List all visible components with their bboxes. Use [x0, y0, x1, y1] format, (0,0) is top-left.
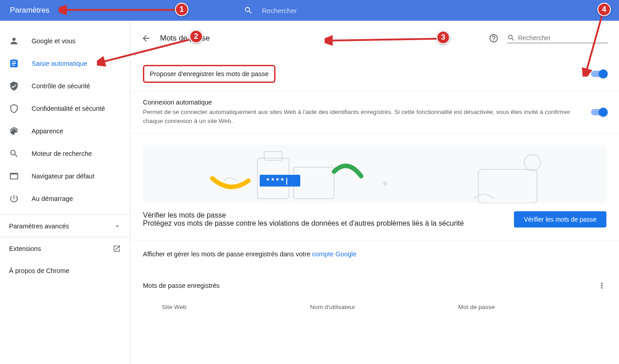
svg-rect-7	[478, 169, 537, 203]
saved-passwords-header: Mots de passe enregistrés	[130, 268, 619, 295]
sidebar: Google et vous Saisie automatique Contrô…	[0, 21, 130, 364]
sidebar-about-label: À propos de Chrome	[9, 267, 69, 274]
annotation-highlight: Proposer d'enregistrer les mots de passe	[143, 65, 275, 83]
header-title: Paramètres	[0, 6, 235, 15]
sidebar-item-privacy[interactable]: Confidentialité et sécurité	[0, 97, 130, 120]
page-search-wrap	[507, 34, 608, 43]
col-user: Nom d'utilisateur	[310, 304, 459, 310]
verify-passwords-row: Vérifier les mots de passe Protégez vos …	[130, 203, 619, 241]
search-icon	[507, 34, 515, 42]
shield-check-icon	[9, 81, 19, 91]
sidebar-item-label: Moteur de recherche	[32, 150, 92, 157]
help-button[interactable]	[485, 29, 503, 47]
col-pass: Mot de passe	[458, 304, 606, 310]
auto-signin-label: Connexion automatique	[143, 99, 591, 106]
sidebar-item-label: Confidentialité et sécurité	[32, 105, 105, 112]
offer-save-label: Proposer d'enregistrer les mots de passe	[150, 70, 269, 77]
svg-text:*: *	[383, 178, 388, 192]
sidebar-item-default-browser[interactable]: Navigateur par défaut	[0, 165, 130, 187]
col-site: Site Web	[162, 304, 310, 310]
palette-icon	[9, 126, 19, 136]
open-external-icon	[113, 245, 121, 253]
verify-title: Vérifier les mots de passe	[143, 211, 505, 219]
app-header: Paramètres	[0, 0, 619, 21]
sidebar-item-safety-check[interactable]: Contrôle de sécurité	[0, 75, 130, 97]
shield-icon	[9, 104, 19, 114]
manage-text: Afficher et gérer les mots de passe enre…	[143, 250, 312, 258]
sidebar-item-label: Saisie automatique	[32, 60, 87, 67]
saved-passwords-title: Mots de passe enregistrés	[143, 282, 220, 289]
sidebar-item-label: Contrôle de sécurité	[32, 82, 90, 90]
back-arrow-icon[interactable]	[141, 33, 151, 43]
svg-point-6	[524, 155, 541, 171]
browser-icon	[9, 171, 19, 181]
more-vert-icon[interactable]	[597, 281, 606, 290]
sidebar-item-label: Apparence	[32, 127, 63, 135]
sidebar-advanced-label: Paramètres avancés	[9, 223, 69, 230]
sidebar-about[interactable]: À propos de Chrome	[0, 259, 130, 282]
search-icon	[244, 6, 253, 15]
offer-save-toggle[interactable]	[591, 71, 606, 77]
clipboard-icon	[9, 59, 19, 68]
sidebar-item-label: Au démarrage	[32, 195, 73, 202]
svg-text:* * * * |: * * * * |	[266, 177, 288, 185]
sidebar-item-autofill[interactable]: Saisie automatique	[0, 52, 130, 75]
help-icon	[489, 33, 499, 43]
password-illustration: * * * * | *	[143, 145, 606, 203]
page-search-input[interactable]	[518, 34, 608, 41]
setting-offer-save: Proposer d'enregistrer les mots de passe	[130, 56, 619, 91]
annotation-callout-2: 2	[189, 30, 203, 43]
chevron-down-icon	[114, 223, 121, 230]
power-icon	[9, 194, 19, 204]
search-icon	[9, 149, 19, 159]
sidebar-item-search-engine[interactable]: Moteur de recherche	[0, 142, 130, 165]
saved-passwords-table-header: Site Web Nom d'utilisateur Mot de passe	[130, 295, 619, 315]
page-header: Mots de passe	[130, 21, 619, 56]
annotation-callout-4: 4	[597, 3, 611, 16]
header-search-wrap	[235, 0, 619, 21]
person-icon	[9, 36, 19, 46]
manage-passwords-row: Afficher et gérer les mots de passe enre…	[130, 241, 619, 268]
verify-desc: Protégez vos mots de passe contre les vi…	[143, 219, 505, 228]
svg-rect-1	[264, 151, 282, 160]
main-area: Mots de passe Proposer d'enregistrer les…	[130, 21, 619, 364]
auto-signin-desc: Permet de se connecter automatiquement a…	[143, 108, 591, 126]
sidebar-extensions[interactable]: Extensions	[0, 237, 130, 259]
sidebar-item-label: Navigateur par défaut	[32, 173, 94, 180]
sidebar-item-appearance[interactable]: Apparence	[0, 120, 130, 142]
sidebar-extensions-label: Extensions	[9, 245, 41, 252]
verify-passwords-button[interactable]: Vérifier les mots de passe	[514, 211, 606, 228]
sidebar-advanced-toggle[interactable]: Paramètres avancés	[0, 214, 130, 237]
google-account-link[interactable]: compte Google	[312, 250, 356, 258]
auto-signin-toggle[interactable]	[591, 109, 606, 115]
header-search-input[interactable]	[262, 7, 442, 14]
page-title: Mots de passe	[160, 34, 485, 43]
setting-auto-signin: Connexion automatique Permet de se conne…	[130, 91, 619, 134]
annotation-callout-3: 3	[436, 31, 450, 44]
sidebar-item-label: Google et vous	[32, 37, 76, 45]
annotation-callout-1: 1	[175, 3, 188, 16]
sidebar-item-google[interactable]: Google et vous	[0, 30, 130, 52]
sidebar-item-startup[interactable]: Au démarrage	[0, 187, 130, 210]
